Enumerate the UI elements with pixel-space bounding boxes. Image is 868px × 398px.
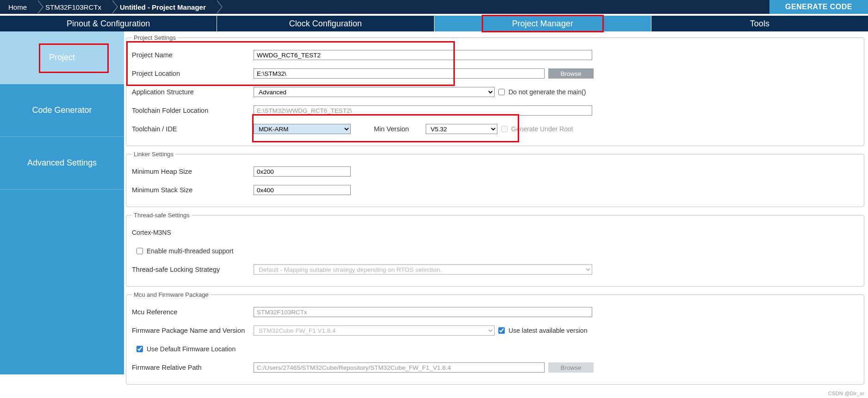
firmware-package-select: STM32Cube FW_F1 V1.8.4 [254, 325, 495, 336]
project-location-input[interactable] [254, 68, 545, 79]
use-default-fw-location-checkbox[interactable] [136, 346, 143, 352]
min-version-label: Min Version [374, 125, 409, 133]
breadcrumb-chip[interactable]: STM32F103RCTx [37, 0, 112, 14]
firmware-package-label: Firmware Package Name and Version [132, 327, 250, 334]
toolchain-ide-select[interactable]: MDK-ARM [254, 124, 351, 134]
linker-settings-group: Linker Settings Minimum Heap Size Minimu… [126, 151, 864, 207]
sidebar-item-advanced-settings[interactable]: Advanced Settings [0, 137, 124, 190]
tab-project-manager-label: Project Manager [512, 19, 573, 29]
project-location-label: Project Location [132, 70, 250, 77]
project-name-label: Project Name [132, 51, 250, 59]
mcu-firmware-group: Mcu and Firmware Package Mcu Reference F… [126, 291, 864, 385]
topbar: Home STM32F103RCTx Untitled - Project Ma… [0, 0, 868, 14]
toolchain-ide-label: Toolchain / IDE [132, 125, 250, 133]
generate-under-root-label: Generate Under Root [511, 125, 573, 133]
sidebar-item-code-generator[interactable]: Code Generator [0, 84, 124, 137]
use-latest-checkbox[interactable] [498, 327, 505, 334]
tab-clock[interactable]: Clock Configuration [217, 16, 434, 31]
sidebar-item-label: Code Generator [32, 105, 92, 115]
stack-size-input[interactable] [254, 185, 351, 195]
sidebar-filler [0, 190, 124, 374]
tab-project-manager[interactable]: Project Manager [434, 16, 651, 31]
application-structure-label: Application Structure [132, 88, 250, 96]
breadcrumb-home[interactable]: Home [0, 0, 37, 14]
toolchain-folder-label: Toolchain Folder Location [132, 107, 250, 114]
linker-settings-legend: Linker Settings [132, 151, 175, 158]
browse-firmware-button: Browse [548, 362, 594, 373]
project-name-input[interactable] [254, 50, 592, 60]
breadcrumb-project[interactable]: Untitled - Project Manager [112, 0, 216, 14]
mcu-firmware-legend: Mcu and Firmware Package [132, 291, 211, 298]
thread-safe-legend: Thread-safe Settings [132, 212, 192, 219]
toolchain-folder-input [254, 105, 592, 116]
breadcrumb: Home STM32F103RCTx Untitled - Project Ma… [0, 0, 216, 14]
enable-multithread-checkbox[interactable] [136, 248, 143, 254]
sidebar-item-label: Advanced Settings [27, 158, 97, 168]
firmware-relative-path-input [254, 362, 545, 373]
browse-location-button[interactable]: Browse [548, 68, 594, 79]
thread-safe-settings-group: Thread-safe Settings Cortex-M3NS Enable … [126, 212, 864, 287]
use-default-fw-location-label: Use Default Firmware Location [147, 345, 236, 353]
enable-multithread-label: Enable multi-threaded support [147, 247, 234, 255]
no-main-label: Do not generate the main() [508, 88, 586, 96]
mcu-reference-label: Mcu Reference [132, 308, 250, 316]
main-panel: Project Settings Project Name Project Lo… [124, 31, 868, 389]
use-latest-label: Use latest available version [508, 327, 587, 334]
generate-under-root-checkbox [501, 126, 508, 132]
application-structure-select[interactable]: Advanced [254, 87, 495, 97]
heap-size-input[interactable] [254, 166, 351, 177]
stack-size-label: Minimum Stack Size [132, 186, 250, 194]
project-settings-group: Project Settings Project Name Project Lo… [126, 34, 864, 146]
no-main-checkbox[interactable] [498, 89, 505, 95]
tab-tools[interactable]: Tools [651, 16, 868, 31]
project-settings-legend: Project Settings [132, 34, 178, 41]
min-version-select[interactable]: V5.32 [426, 124, 497, 134]
generate-code-button[interactable]: GENERATE CODE [769, 0, 868, 14]
locking-strategy-label: Thread-safe Locking Strategy [132, 266, 250, 273]
locking-strategy-select: Default - Mapping suitable strategy depe… [254, 264, 592, 275]
sidebar: Project Code Generator Advanced Settings [0, 31, 124, 389]
sidebar-item-project[interactable]: Project [0, 31, 124, 84]
sidebar-item-label: Project [49, 53, 75, 62]
thread-core-label: Cortex-M3NS [132, 229, 171, 236]
tab-pinout[interactable]: Pinout & Configuration [0, 16, 217, 31]
firmware-relative-path-label: Firmware Relative Path [132, 364, 250, 371]
main-tabs: Pinout & Configuration Clock Configurati… [0, 16, 868, 31]
heap-size-label: Minimum Heap Size [132, 168, 250, 175]
mcu-reference-input [254, 307, 592, 317]
